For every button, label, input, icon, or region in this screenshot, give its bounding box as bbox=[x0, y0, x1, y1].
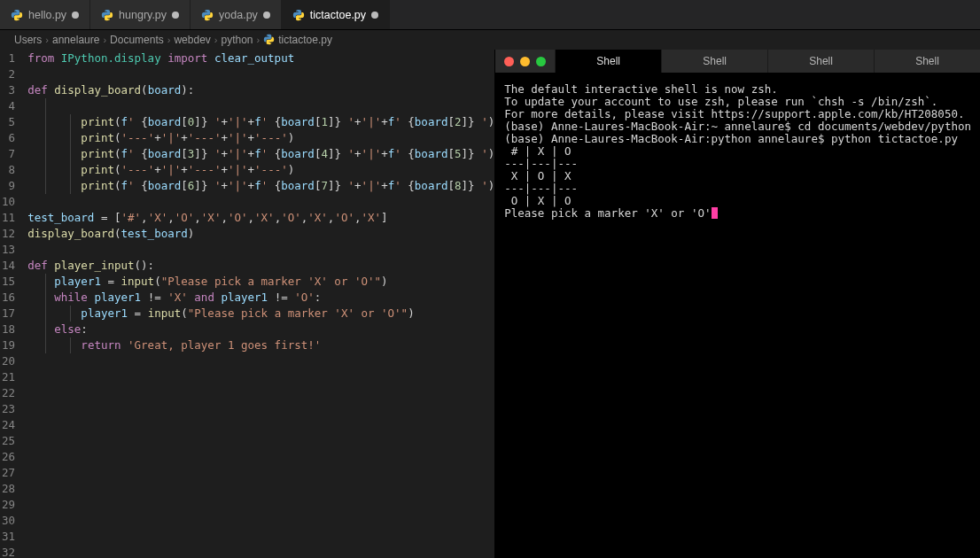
code-line[interactable]: print('---'+'|'+'---'+'|'+'---') bbox=[27, 130, 494, 146]
code-text bbox=[27, 466, 35, 479]
shell-tab[interactable]: Shell bbox=[661, 50, 767, 73]
zoom-window-dot[interactable] bbox=[536, 57, 546, 66]
token-kw: and bbox=[194, 291, 214, 304]
breadcrumb-item[interactable]: webdev bbox=[174, 34, 210, 46]
code-line[interactable] bbox=[27, 433, 494, 449]
terminal-line: # | X | O bbox=[504, 145, 971, 158]
token-op: ] bbox=[462, 179, 469, 192]
tab-hungry-py[interactable]: hungry.py bbox=[90, 0, 191, 29]
chevron-right-icon: › bbox=[103, 35, 106, 45]
code-line[interactable] bbox=[27, 465, 494, 481]
code-line[interactable]: print(f' {board[6]} '+'|'+f' {board[7]} … bbox=[27, 178, 494, 194]
token-str: '---' bbox=[188, 131, 222, 144]
code-line[interactable] bbox=[27, 98, 494, 114]
line-number: 27 bbox=[0, 465, 15, 481]
line-number: 12 bbox=[0, 226, 15, 242]
token-str: '|' bbox=[362, 115, 382, 128]
token-str: 'X' bbox=[362, 211, 382, 224]
code-line[interactable] bbox=[27, 242, 494, 258]
token-op: { bbox=[141, 115, 148, 128]
shell-tab[interactable]: Shell bbox=[555, 50, 661, 73]
terminal-line: For more details, please visit https://s… bbox=[504, 108, 971, 120]
token-op bbox=[207, 51, 214, 65]
line-number: 9 bbox=[0, 178, 15, 194]
token-id: f bbox=[121, 115, 128, 128]
token-op: [ bbox=[447, 179, 455, 192]
tab-tictactoe-py[interactable]: tictactoe.py bbox=[282, 0, 390, 29]
indent-guide bbox=[45, 178, 46, 194]
code-line[interactable] bbox=[27, 66, 494, 82]
window-controls[interactable] bbox=[495, 50, 555, 73]
token-kw: return bbox=[81, 338, 121, 352]
code-text bbox=[27, 434, 35, 447]
token-op: (): bbox=[135, 259, 155, 272]
code-line[interactable] bbox=[27, 545, 494, 558]
line-number: 1 bbox=[0, 50, 15, 66]
code-line[interactable]: print(f' {board[3]} '+'|'+f' {board[4]} … bbox=[27, 146, 494, 162]
code-line[interactable] bbox=[27, 481, 494, 497]
code-area[interactable]: from IPython.display import clear_output… bbox=[27, 50, 494, 558]
code-line[interactable]: else: bbox=[27, 322, 494, 337]
code-text: print(f' {board[3]} '+'|'+f' {board[4]} … bbox=[27, 147, 494, 160]
indent-guide bbox=[70, 178, 71, 194]
breadcrumb-item[interactable]: Users bbox=[14, 34, 42, 46]
line-number: 16 bbox=[0, 290, 15, 306]
token-str: 'O' bbox=[228, 211, 248, 224]
token-str: ' bbox=[341, 115, 354, 128]
code-text: while player1 != 'X' and player1 != 'O': bbox=[27, 291, 321, 304]
shell-tab[interactable]: Shell bbox=[767, 50, 874, 73]
code-line[interactable] bbox=[27, 449, 494, 465]
token-str: '---' bbox=[121, 131, 155, 144]
code-line[interactable] bbox=[27, 369, 494, 385]
code-line[interactable]: display_board(test_board) bbox=[27, 226, 494, 242]
code-text bbox=[27, 514, 35, 527]
code-line[interactable]: def player_input(): bbox=[27, 258, 494, 274]
token-str: '|' bbox=[228, 163, 248, 176]
code-line[interactable]: player1 = input("Please pick a marker 'X… bbox=[27, 274, 494, 290]
code-line[interactable]: return 'Great, player 1 goes first!' bbox=[27, 337, 494, 353]
code-text bbox=[27, 418, 35, 431]
code-line[interactable]: print('---'+'|'+'---'+'|'+'---') bbox=[27, 162, 494, 178]
indent-guide bbox=[70, 130, 71, 146]
code-line[interactable] bbox=[27, 194, 494, 210]
code-line[interactable] bbox=[27, 401, 494, 417]
breadcrumb-item[interactable]: Documents bbox=[110, 34, 164, 46]
code-line[interactable] bbox=[27, 385, 494, 401]
code-text: print('---'+'|'+'---'+'|'+'---') bbox=[27, 131, 294, 144]
token-op: [ bbox=[447, 115, 455, 128]
code-line[interactable]: while player1 != 'X' and player1 != 'O': bbox=[27, 290, 494, 306]
shell-tab[interactable]: Shell bbox=[874, 50, 980, 73]
token-id: f bbox=[254, 179, 261, 192]
line-number: 22 bbox=[0, 385, 15, 401]
token-op: , bbox=[354, 211, 362, 224]
minimize-window-dot[interactable] bbox=[520, 57, 530, 66]
breadcrumb-item[interactable]: annelaure bbox=[52, 34, 99, 46]
breadcrumb-item[interactable]: python bbox=[222, 34, 253, 46]
tab-hello-py[interactable]: hello.py bbox=[0, 0, 90, 29]
code-line[interactable]: from IPython.display import clear_output bbox=[27, 50, 494, 66]
breadcrumb-item[interactable]: tictactoe.py bbox=[278, 34, 332, 46]
tab-yoda-py[interactable]: yoda.py bbox=[191, 0, 282, 29]
code-line[interactable]: def display_board(board): bbox=[27, 82, 494, 98]
code-line[interactable] bbox=[27, 529, 494, 545]
token-str: ' bbox=[261, 179, 275, 192]
code-line[interactable]: print(f' {board[0]} '+'|'+f' {board[1]} … bbox=[27, 114, 494, 130]
terminal-output[interactable]: The default interactive shell is now zsh… bbox=[495, 73, 980, 558]
token-id: board bbox=[415, 179, 448, 192]
close-window-dot[interactable] bbox=[504, 57, 514, 66]
code-text bbox=[27, 354, 35, 368]
code-line[interactable] bbox=[27, 353, 494, 369]
token-def: input bbox=[148, 306, 182, 320]
token-str: 'Great, player 1 goes first!' bbox=[128, 338, 321, 352]
code-line[interactable]: test_board = ['#','X','O','X','O','X','O… bbox=[27, 210, 494, 226]
token-str: ' bbox=[207, 147, 221, 160]
code-line[interactable] bbox=[27, 497, 494, 513]
code-editor[interactable]: 1234567891011121314151617181920212223242… bbox=[0, 50, 494, 558]
line-number: 29 bbox=[0, 497, 15, 513]
token-op: { bbox=[408, 115, 415, 128]
code-text bbox=[27, 402, 35, 415]
line-number: 19 bbox=[0, 337, 15, 353]
code-line[interactable] bbox=[27, 513, 494, 529]
code-line[interactable] bbox=[27, 417, 494, 433]
code-line[interactable]: player1 = input("Please pick a marker 'X… bbox=[27, 306, 494, 322]
